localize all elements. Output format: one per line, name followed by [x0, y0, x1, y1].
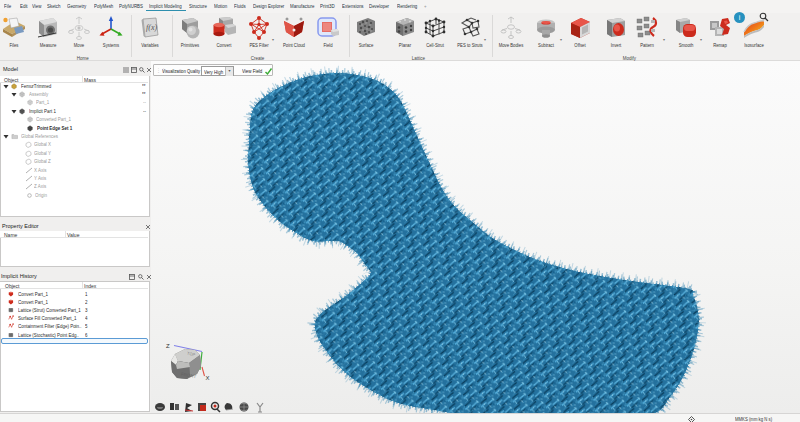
svg-text:X: X	[206, 375, 210, 381]
svg-text:Z: Z	[166, 343, 170, 349]
svg-text:f(x): f(x)	[146, 23, 157, 32]
